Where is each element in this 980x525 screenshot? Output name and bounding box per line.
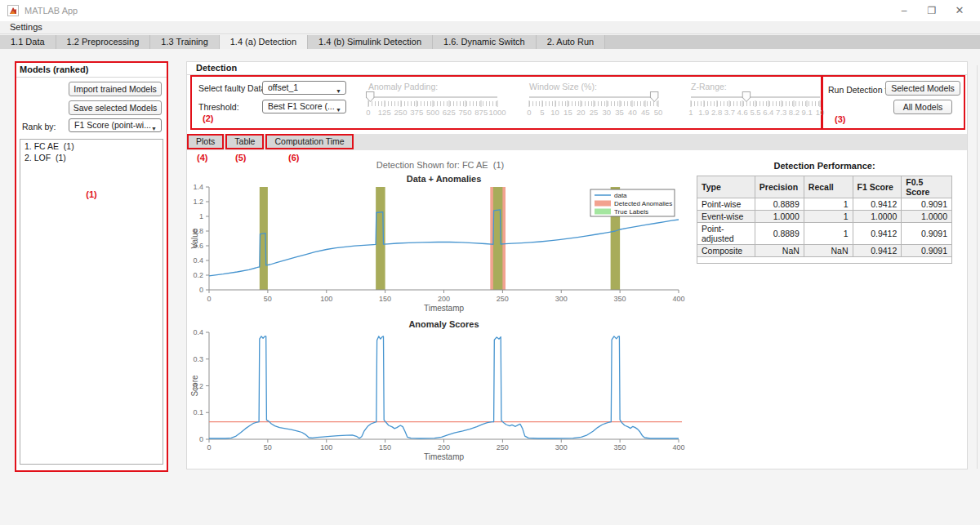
threshold-value: Best F1 Score (... <box>268 101 335 111</box>
rank-by-label: Rank by: <box>22 122 56 131</box>
svg-text:200: 200 <box>438 295 450 303</box>
rank-by-value: F1 Score (point-wi... <box>74 120 151 130</box>
svg-text:Anomaly Scores: Anomaly Scores <box>408 319 479 329</box>
svg-text:350: 350 <box>614 295 626 303</box>
subtab-computation-time[interactable]: Computation Time <box>265 134 353 149</box>
minimize-button[interactable]: – <box>895 3 913 18</box>
tab-1-6-dynamic-switch[interactable]: 1.6. Dynamic Switch <box>433 35 537 49</box>
svg-text:50: 50 <box>264 443 272 452</box>
slider-label: Z-Range: <box>691 82 727 91</box>
svg-text:150: 150 <box>379 443 391 452</box>
detection-performance-table: TypePrecisionRecallF1 ScoreF0.5 ScorePoi… <box>697 176 952 264</box>
select-faulty-data-value: offset_1 <box>268 82 298 92</box>
matlab-app-icon <box>7 5 19 16</box>
detection-performance-title: Detection Performance: <box>697 161 952 171</box>
save-selected-models-button[interactable]: Save selected Models <box>69 100 162 115</box>
tab-1-2-preprocessing[interactable]: 1.2 Preprocessing <box>56 35 151 49</box>
svg-text:400: 400 <box>672 443 684 452</box>
slider-tick-ruler <box>529 101 658 106</box>
detection-controls-group: Select faulty Data: offset_1▼ Threshold:… <box>190 75 822 130</box>
run-all-models-button[interactable]: All Models <box>893 100 952 114</box>
tab-2-auto-run[interactable]: 2. Auto Run <box>537 35 606 49</box>
svg-text:350: 350 <box>614 443 626 452</box>
matlab-app-window: MATLAB App – ❐ ✕ Settings 1.1 Data1.2 Pr… <box>0 0 980 525</box>
menu-bar: Settings <box>0 21 980 34</box>
svg-text:250: 250 <box>497 295 509 303</box>
svg-text:data: data <box>614 192 627 199</box>
models-panel-title: Models (ranked) <box>20 65 88 74</box>
select-faulty-data-dropdown[interactable]: offset_1▼ <box>262 81 346 95</box>
models-panel-divider <box>16 77 167 78</box>
window-size-slider-group: Window Size (%):05101520253035404550 <box>528 77 660 128</box>
restore-button[interactable]: ❐ <box>923 3 941 18</box>
anomaly-padding-slider-group: Anomaly Padding:012525037550062575087510… <box>367 77 499 128</box>
tab-1-3-training[interactable]: 1.3 Training <box>150 35 219 49</box>
svg-text:50: 50 <box>264 295 272 303</box>
tab-1-4-b-simulink-detection[interactable]: 1.4 (b) Simulink Detection <box>308 35 433 49</box>
slider-tick-ruler <box>368 101 497 106</box>
svg-text:400: 400 <box>672 295 684 303</box>
svg-text:0: 0 <box>207 443 211 452</box>
svg-text:Detected Anomalies: Detected Anomalies <box>614 200 672 207</box>
perf-table-row: Point-adjusted0.888910.94120.9091 <box>697 223 952 245</box>
perf-table-row: Event-wise1.000011.00001.0000 <box>697 211 952 223</box>
svg-text:0.3: 0.3 <box>193 355 203 363</box>
detection-panel-title: Detection <box>196 63 237 73</box>
svg-text:0.4: 0.4 <box>193 256 203 265</box>
svg-text:1: 1 <box>199 212 203 220</box>
results-subtab-bar: PlotsTableComputation Time <box>187 134 967 150</box>
svg-text:0.2: 0.2 <box>193 271 203 279</box>
perf-col-header: Recall <box>804 176 853 198</box>
svg-text:Score: Score <box>190 375 199 397</box>
perf-col-header: F0.5 Score <box>902 176 952 198</box>
svg-text:200: 200 <box>438 443 450 452</box>
svg-text:0.1: 0.1 <box>193 408 203 416</box>
subtab-plots[interactable]: Plots <box>187 134 224 149</box>
menu-item-settings[interactable]: Settings <box>0 21 47 32</box>
data-anomalies-plot: 05010015020025030035040000.20.40.60.811.… <box>190 169 690 316</box>
z-range-slider-group: Z-Range:11.92.83.74.65.56.47.38.29.110 <box>689 77 822 128</box>
svg-text:0: 0 <box>199 435 203 443</box>
svg-text:300: 300 <box>555 295 568 303</box>
tab-1-1-data[interactable]: 1.1 Data <box>0 35 56 49</box>
tab-1-4-a-detection[interactable]: 1.4 (a) Detection <box>220 35 308 49</box>
slider-tick-labels: 01252503755006257508751000 <box>368 108 497 118</box>
slider-track[interactable] <box>529 96 658 98</box>
close-button[interactable]: ✕ <box>951 3 969 18</box>
svg-text:Value: Value <box>190 228 199 248</box>
perf-table-row: CompositeNaNNaN0.94120.9091 <box>697 245 952 257</box>
title-bar: MATLAB App – ❐ ✕ <box>0 0 980 21</box>
svg-text:0: 0 <box>199 286 203 294</box>
chevron-down-icon: ▼ <box>336 104 341 113</box>
window-title: MATLAB App <box>24 6 78 16</box>
run-selected-models-button[interactable]: Selected Models <box>885 81 960 96</box>
slider-tick-labels: 05101520253035404550 <box>529 108 658 118</box>
model-list-item[interactable]: 2. LOF (1) <box>20 152 163 163</box>
svg-text:1.2: 1.2 <box>193 198 203 206</box>
threshold-dropdown[interactable]: Best F1 Score (...▼ <box>262 100 346 113</box>
perf-col-header: Type <box>697 176 755 198</box>
svg-text:True Labels: True Labels <box>614 208 648 216</box>
anomaly-scores-plot: 05010015020025030035040000.10.20.30.4Tim… <box>190 318 690 465</box>
perf-table-row: Point-wise0.888910.94120.9091 <box>697 198 952 211</box>
ranked-models-listbox[interactable]: 1. FC AE (1)2. LOF (1) <box>20 139 163 465</box>
rank-by-dropdown[interactable]: F1 Score (point-wi...▼ <box>69 118 162 132</box>
slider-tick-labels: 11.92.83.74.65.56.47.38.29.110 <box>691 108 820 118</box>
svg-text:0: 0 <box>207 295 211 303</box>
annotation-1: (1) <box>16 189 167 199</box>
panel-right-gutter <box>977 65 978 469</box>
model-list-item[interactable]: 1. FC AE (1) <box>20 140 163 152</box>
slider-track[interactable] <box>691 96 820 98</box>
run-detection-group: Run Detection for: Selected Models All M… <box>822 75 965 130</box>
import-trained-models-button[interactable]: Import trained Models <box>69 82 162 96</box>
subtab-table[interactable]: Table <box>225 134 264 149</box>
perf-col-header: Precision <box>755 176 804 198</box>
detection-panel: Detection Select faulty Data: offset_1▼ … <box>186 61 968 469</box>
models-ranked-panel: Models (ranked) Import trained Models Sa… <box>15 61 168 472</box>
svg-text:Timestamp: Timestamp <box>424 452 465 461</box>
annotation-2: (2) <box>203 113 213 123</box>
perf-col-header: F1 Score <box>853 176 902 198</box>
slider-track[interactable] <box>368 96 497 98</box>
svg-text:150: 150 <box>379 295 391 303</box>
svg-text:Timestamp: Timestamp <box>424 304 465 313</box>
